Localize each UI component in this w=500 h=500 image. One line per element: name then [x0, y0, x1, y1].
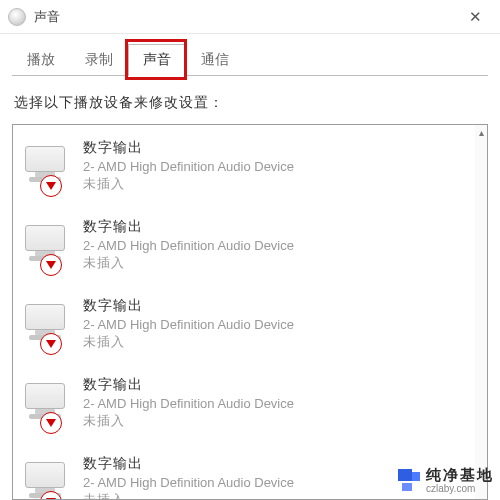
unplugged-badge-icon — [40, 412, 62, 434]
watermark-logo-icon — [398, 469, 420, 491]
device-desc: 2- AMD High Definition Audio Device — [83, 159, 467, 174]
app-icon — [8, 8, 26, 26]
watermark-url: czlaby.com — [426, 483, 494, 494]
device-name: 数字输出 — [83, 297, 467, 315]
device-row[interactable]: 数字输出2- AMD High Definition Audio Device未… — [13, 287, 475, 366]
device-row[interactable]: 数字输出2- AMD High Definition Audio Device未… — [13, 129, 475, 208]
instruction-text: 选择以下播放设备来修改设置： — [14, 94, 486, 112]
window-title: 声音 — [34, 8, 458, 26]
device-row[interactable]: 数字输出2- AMD High Definition Audio Device未… — [13, 366, 475, 445]
device-desc: 2- AMD High Definition Audio Device — [83, 396, 467, 411]
device-row[interactable]: 数字输出2- AMD High Definition Audio Device未… — [13, 208, 475, 287]
device-name: 数字输出 — [83, 376, 467, 394]
watermark: 纯净基地 czlaby.com — [398, 467, 494, 495]
watermark-text: 纯净基地 — [426, 467, 494, 484]
unplugged-badge-icon — [40, 333, 62, 355]
scroll-up-icon[interactable]: ▴ — [475, 125, 487, 139]
close-button[interactable]: ✕ — [458, 8, 492, 26]
device-status: 未插入 — [83, 254, 467, 272]
unplugged-badge-icon — [40, 175, 62, 197]
unplugged-badge-icon — [40, 254, 62, 276]
device-name: 数字输出 — [83, 139, 467, 157]
device-status: 未插入 — [83, 175, 467, 193]
monitor-icon — [23, 142, 71, 190]
scrollbar[interactable]: ▴ — [475, 125, 487, 499]
titlebar: 声音 ✕ — [0, 0, 500, 34]
tab-strip: 播放 录制 声音 通信 — [12, 44, 488, 76]
monitor-icon — [23, 379, 71, 427]
monitor-icon — [23, 221, 71, 269]
tab-recording[interactable]: 录制 — [70, 44, 128, 76]
device-name: 数字输出 — [83, 218, 467, 236]
device-list: 数字输出2- AMD High Definition Audio Device未… — [12, 124, 488, 500]
tab-communications[interactable]: 通信 — [186, 44, 244, 76]
tab-sounds[interactable]: 声音 — [128, 44, 186, 76]
device-status: 未插入 — [83, 412, 467, 430]
device-desc: 2- AMD High Definition Audio Device — [83, 317, 467, 332]
device-status: 未插入 — [83, 333, 467, 351]
monitor-icon — [23, 458, 71, 499]
monitor-icon — [23, 300, 71, 348]
page-body: 播放 录制 声音 通信 选择以下播放设备来修改设置： 数字输出2- AMD Hi… — [0, 34, 500, 500]
tab-playback[interactable]: 播放 — [12, 44, 70, 76]
device-desc: 2- AMD High Definition Audio Device — [83, 238, 467, 253]
